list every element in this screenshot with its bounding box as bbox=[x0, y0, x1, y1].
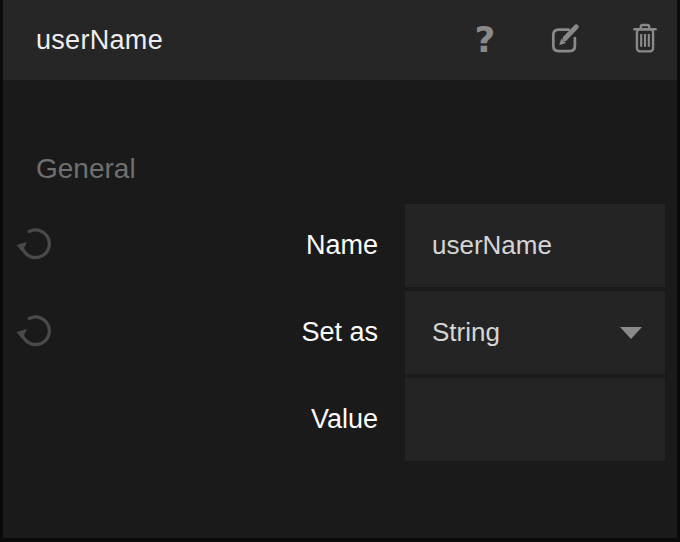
property-row-value: Value bbox=[3, 378, 677, 461]
property-row-name: Name bbox=[3, 204, 677, 287]
row-label: Set as bbox=[55, 317, 378, 348]
reset-icon bbox=[16, 310, 54, 355]
set-as-dropdown[interactable]: String bbox=[405, 291, 665, 374]
reset-button[interactable] bbox=[15, 310, 55, 356]
edit-button[interactable] bbox=[547, 18, 583, 62]
dropdown-selected-value: String bbox=[432, 317, 620, 348]
edit-icon bbox=[547, 21, 583, 60]
properties-panel: userName ? bbox=[3, 0, 677, 538]
panel-header: userName ? bbox=[3, 0, 677, 80]
value-input[interactable] bbox=[405, 378, 665, 461]
section-title-general: General bbox=[36, 150, 677, 188]
name-input[interactable] bbox=[405, 204, 665, 287]
panel-title: userName bbox=[36, 25, 467, 56]
reset-slot-empty bbox=[15, 397, 55, 443]
reset-icon bbox=[16, 223, 54, 268]
row-label: Value bbox=[55, 404, 378, 435]
header-icon-group: ? bbox=[467, 18, 663, 62]
reset-button[interactable] bbox=[15, 223, 55, 269]
help-button[interactable]: ? bbox=[467, 18, 503, 62]
trash-icon bbox=[628, 21, 662, 60]
chevron-down-icon bbox=[620, 327, 642, 339]
help-icon: ? bbox=[475, 22, 496, 58]
delete-button[interactable] bbox=[627, 18, 663, 62]
property-row-set-as: Set as String bbox=[3, 291, 677, 374]
row-label: Name bbox=[55, 230, 378, 261]
property-rows: Name Set as String bbox=[3, 204, 677, 461]
